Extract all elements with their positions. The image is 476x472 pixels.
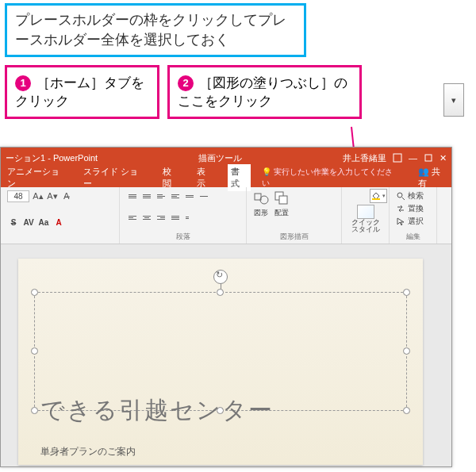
ribbon-tabs: アニメーション スライド ショー 校閲 表示 書式 💡 実行したい作業を入力して… <box>1 168 451 187</box>
paint-bucket-icon <box>371 192 381 200</box>
increase-font-icon[interactable]: A▴ <box>33 191 44 202</box>
slide[interactable]: できる引越センター 単身者プランのご案内 <box>18 259 423 465</box>
selection-handle[interactable] <box>31 289 38 296</box>
ribbon-group-editing: 検索 置換 選択 編集 <box>390 187 437 244</box>
line-spacing-button[interactable] <box>183 190 196 201</box>
callout-1: 1 ［ホーム］タブをクリック <box>5 65 159 119</box>
replace-icon <box>396 204 405 213</box>
cursor-icon <box>396 217 405 226</box>
ribbon: 48 A▴ A▾ A̶ S AV Aa A <box>1 187 451 244</box>
align-right-button[interactable] <box>155 212 167 223</box>
rotate-handle[interactable] <box>213 270 228 284</box>
font-size-input[interactable]: 48 <box>7 190 29 202</box>
callout-1-badge: 1 <box>15 75 31 91</box>
instruction-banner: プレースホルダーの枠をクリックしてプレースホルダー全体を選択しておく <box>5 3 306 57</box>
minimize-button[interactable]: — <box>409 153 417 163</box>
font-color-button[interactable]: A <box>52 217 65 229</box>
username-label: 井上香緒里 <box>343 152 386 164</box>
title-placeholder[interactable] <box>34 292 407 411</box>
arrange-button[interactable]: 配置 <box>274 190 290 218</box>
slide-subtitle-text[interactable]: 単身者プランのご案内 <box>40 445 136 459</box>
selection-handle[interactable] <box>31 407 38 414</box>
editing-group-label: 編集 <box>396 232 430 242</box>
ribbon-display-icon[interactable] <box>393 153 402 163</box>
callout-2-badge: 2 <box>178 75 194 91</box>
select-button[interactable]: 選択 <box>396 216 430 227</box>
close-button[interactable]: ✕ <box>440 153 447 163</box>
slide-title-text[interactable]: できる引越センター <box>40 394 274 427</box>
svg-rect-5 <box>279 196 287 204</box>
callout-1-text: ［ホーム］タブをクリック <box>15 75 144 109</box>
selection-handle[interactable] <box>403 347 410 355</box>
ribbon-group-paragraph: 段落 <box>120 187 247 244</box>
callout-2-text: ［図形の塗りつぶし］のここをクリック <box>178 75 347 109</box>
callout-row: 1 ［ホーム］タブをクリック 2 ［図形の塗りつぶし］のここをクリック <box>5 65 471 119</box>
share-button[interactable]: 👥 共有 <box>418 166 448 190</box>
overflow-dropdown[interactable]: ▾ <box>443 83 464 117</box>
selection-handle[interactable] <box>403 289 410 296</box>
strikethrough-button[interactable]: S <box>7 217 20 229</box>
svg-line-8 <box>402 198 405 200</box>
align-center-button[interactable] <box>140 212 153 223</box>
ribbon-group-shape-styles: クイック スタイル <box>342 187 390 244</box>
svg-rect-6 <box>372 198 380 200</box>
shapes-gallery-button[interactable]: 図形 <box>253 190 269 218</box>
align-left-button[interactable] <box>126 212 139 223</box>
quick-styles-button[interactable]: クイック スタイル <box>348 205 382 233</box>
selection-handle[interactable] <box>217 289 224 296</box>
paragraph-group-label: 段落 <box>126 232 240 242</box>
bullets-button[interactable] <box>126 190 139 201</box>
decrease-font-icon[interactable]: A▾ <box>47 191 58 202</box>
document-title: ーション1 - PowerPoint <box>6 152 98 164</box>
svg-point-7 <box>397 193 402 198</box>
numbering-button[interactable] <box>140 190 153 201</box>
indent-decrease-button[interactable] <box>155 190 167 201</box>
indent-increase-button[interactable] <box>169 190 182 201</box>
tell-me-hint[interactable]: 💡 実行したい作業を入力してください <box>262 167 396 189</box>
find-button[interactable]: 検索 <box>396 190 430 201</box>
selection-handle[interactable] <box>403 407 410 414</box>
spacing-button[interactable]: AV <box>22 217 35 229</box>
replace-button[interactable]: 置換 <box>396 203 430 214</box>
case-button[interactable]: Aa <box>37 217 50 229</box>
svg-rect-0 <box>393 154 401 162</box>
powerpoint-window: ーション1 - PowerPoint 描画ツール 井上香緒里 — ✕ アニメーシ… <box>0 147 452 467</box>
slide-canvas-area[interactable]: できる引越センター 単身者プランのご案内 <box>1 244 451 466</box>
shape-fill-button[interactable] <box>370 189 387 203</box>
svg-rect-1 <box>425 155 432 161</box>
text-direction-button[interactable] <box>198 190 210 201</box>
clear-format-icon[interactable]: A̶ <box>61 191 72 202</box>
selection-handle[interactable] <box>31 347 38 355</box>
columns-button[interactable] <box>183 212 196 223</box>
search-icon <box>396 191 405 201</box>
align-justify-button[interactable] <box>169 212 182 223</box>
ribbon-group-shapes: 図形 配置 図形描画 <box>247 187 342 244</box>
maximize-button[interactable] <box>424 153 433 163</box>
ribbon-group-font: 48 A▴ A▾ A̶ S AV Aa A <box>1 187 120 244</box>
callout-2: 2 ［図形の塗りつぶし］のここをクリック <box>167 65 362 119</box>
contextual-tool-label: 描画ツール <box>98 152 343 164</box>
drawing-group-label: 図形描画 <box>253 232 335 242</box>
